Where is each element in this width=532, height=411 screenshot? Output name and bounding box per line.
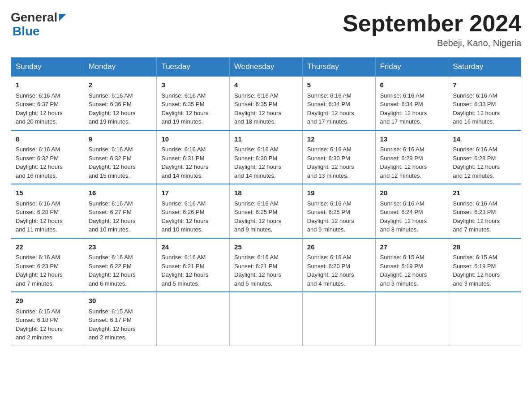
day-number: 14 bbox=[453, 134, 516, 145]
calendar-cell: 25Sunrise: 6:16 AMSunset: 6:21 PMDayligh… bbox=[230, 238, 303, 292]
calendar-cell bbox=[230, 292, 303, 346]
calendar-cell: 19Sunrise: 6:16 AMSunset: 6:25 PMDayligh… bbox=[302, 184, 375, 238]
calendar-cell: 10Sunrise: 6:16 AMSunset: 6:31 PMDayligh… bbox=[157, 130, 230, 184]
day-number: 17 bbox=[161, 188, 225, 198]
day-header-saturday: Saturday bbox=[448, 58, 521, 77]
logo-general-text: General bbox=[11, 11, 57, 25]
day-number: 6 bbox=[380, 80, 444, 90]
day-number: 25 bbox=[234, 242, 298, 253]
day-number: 19 bbox=[307, 188, 371, 198]
day-header-tuesday: Tuesday bbox=[157, 58, 230, 77]
calendar-cell: 7Sunrise: 6:16 AMSunset: 6:33 PMDaylight… bbox=[448, 76, 521, 130]
day-number: 23 bbox=[89, 242, 152, 253]
calendar-cell: 1Sunrise: 6:16 AMSunset: 6:37 PMDaylight… bbox=[11, 76, 84, 130]
calendar-cell: 21Sunrise: 6:16 AMSunset: 6:23 PMDayligh… bbox=[448, 184, 521, 238]
day-number: 12 bbox=[307, 134, 371, 145]
calendar-cell bbox=[157, 292, 230, 346]
calendar-week-row: 15Sunrise: 6:16 AMSunset: 6:28 PMDayligh… bbox=[11, 184, 521, 238]
calendar-cell: 29Sunrise: 6:15 AMSunset: 6:18 PMDayligh… bbox=[11, 292, 84, 346]
calendar-cell bbox=[448, 292, 521, 346]
day-header-sunday: Sunday bbox=[11, 58, 84, 77]
logo-blue-text: Blue bbox=[13, 25, 66, 39]
day-number: 18 bbox=[234, 188, 298, 198]
calendar-cell: 12Sunrise: 6:16 AMSunset: 6:30 PMDayligh… bbox=[302, 130, 375, 184]
day-number: 8 bbox=[16, 134, 79, 145]
logo-block: General Blue bbox=[11, 11, 66, 39]
day-number: 22 bbox=[16, 242, 79, 253]
day-number: 13 bbox=[380, 134, 444, 145]
calendar-cell: 23Sunrise: 6:16 AMSunset: 6:22 PMDayligh… bbox=[84, 238, 157, 292]
calendar-cell: 11Sunrise: 6:16 AMSunset: 6:30 PMDayligh… bbox=[230, 130, 303, 184]
day-number: 9 bbox=[89, 134, 152, 145]
calendar-cell: 24Sunrise: 6:16 AMSunset: 6:21 PMDayligh… bbox=[157, 238, 230, 292]
logo: General Blue bbox=[11, 11, 66, 39]
day-header-monday: Monday bbox=[84, 58, 157, 77]
day-number: 20 bbox=[380, 188, 444, 198]
day-number: 27 bbox=[380, 242, 444, 253]
calendar-cell: 16Sunrise: 6:16 AMSunset: 6:27 PMDayligh… bbox=[84, 184, 157, 238]
calendar-cell: 17Sunrise: 6:16 AMSunset: 6:26 PMDayligh… bbox=[157, 184, 230, 238]
calendar-cell: 8Sunrise: 6:16 AMSunset: 6:32 PMDaylight… bbox=[11, 130, 84, 184]
calendar-cell: 15Sunrise: 6:16 AMSunset: 6:28 PMDayligh… bbox=[11, 184, 84, 238]
calendar-cell: 20Sunrise: 6:16 AMSunset: 6:24 PMDayligh… bbox=[375, 184, 448, 238]
calendar-cell: 9Sunrise: 6:16 AMSunset: 6:32 PMDaylight… bbox=[84, 130, 157, 184]
calendar-cell: 3Sunrise: 6:16 AMSunset: 6:35 PMDaylight… bbox=[157, 76, 230, 130]
month-title: September 2024 bbox=[343, 11, 521, 36]
day-number: 10 bbox=[161, 134, 225, 145]
day-number: 7 bbox=[453, 80, 516, 90]
title-block: September 2024 Bebeji, Kano, Nigeria bbox=[343, 11, 521, 48]
day-number: 24 bbox=[161, 242, 225, 253]
calendar-cell: 22Sunrise: 6:16 AMSunset: 6:23 PMDayligh… bbox=[11, 238, 84, 292]
day-number: 5 bbox=[307, 80, 371, 90]
day-number: 1 bbox=[16, 80, 79, 90]
day-number: 11 bbox=[234, 134, 298, 145]
calendar-cell: 4Sunrise: 6:16 AMSunset: 6:35 PMDaylight… bbox=[230, 76, 303, 130]
day-number: 16 bbox=[89, 188, 152, 198]
day-number: 29 bbox=[16, 296, 79, 306]
calendar-week-row: 29Sunrise: 6:15 AMSunset: 6:18 PMDayligh… bbox=[11, 292, 521, 346]
day-number: 15 bbox=[16, 188, 79, 198]
calendar-table: SundayMondayTuesdayWednesdayThursdayFrid… bbox=[11, 57, 521, 346]
day-number: 21 bbox=[453, 188, 516, 198]
day-number: 4 bbox=[234, 80, 298, 90]
calendar-header-row: SundayMondayTuesdayWednesdayThursdayFrid… bbox=[11, 58, 521, 77]
calendar-week-row: 1Sunrise: 6:16 AMSunset: 6:37 PMDaylight… bbox=[11, 76, 521, 130]
day-number: 30 bbox=[89, 296, 152, 306]
calendar-cell: 30Sunrise: 6:15 AMSunset: 6:17 PMDayligh… bbox=[84, 292, 157, 346]
calendar-cell: 2Sunrise: 6:16 AMSunset: 6:36 PMDaylight… bbox=[84, 76, 157, 130]
day-header-wednesday: Wednesday bbox=[230, 58, 303, 77]
calendar-cell: 26Sunrise: 6:16 AMSunset: 6:20 PMDayligh… bbox=[302, 238, 375, 292]
calendar-cell: 14Sunrise: 6:16 AMSunset: 6:28 PMDayligh… bbox=[448, 130, 521, 184]
calendar-cell: 5Sunrise: 6:16 AMSunset: 6:34 PMDaylight… bbox=[302, 76, 375, 130]
calendar-cell: 6Sunrise: 6:16 AMSunset: 6:34 PMDaylight… bbox=[375, 76, 448, 130]
day-header-friday: Friday bbox=[375, 58, 448, 77]
day-number: 26 bbox=[307, 242, 371, 253]
calendar-cell bbox=[302, 292, 375, 346]
calendar-cell bbox=[375, 292, 448, 346]
calendar-week-row: 22Sunrise: 6:16 AMSunset: 6:23 PMDayligh… bbox=[11, 238, 521, 292]
calendar-week-row: 8Sunrise: 6:16 AMSunset: 6:32 PMDaylight… bbox=[11, 130, 521, 184]
day-number: 3 bbox=[161, 80, 225, 90]
day-number: 28 bbox=[453, 242, 516, 253]
calendar-cell: 13Sunrise: 6:16 AMSunset: 6:29 PMDayligh… bbox=[375, 130, 448, 184]
location-title: Bebeji, Kano, Nigeria bbox=[343, 38, 521, 48]
page-header: General Blue September 2024 Bebeji, Kano… bbox=[11, 11, 521, 48]
calendar-cell: 28Sunrise: 6:15 AMSunset: 6:19 PMDayligh… bbox=[448, 238, 521, 292]
day-header-thursday: Thursday bbox=[302, 58, 375, 77]
calendar-cell: 27Sunrise: 6:15 AMSunset: 6:19 PMDayligh… bbox=[375, 238, 448, 292]
day-number: 2 bbox=[89, 80, 152, 90]
calendar-cell: 18Sunrise: 6:16 AMSunset: 6:25 PMDayligh… bbox=[230, 184, 303, 238]
